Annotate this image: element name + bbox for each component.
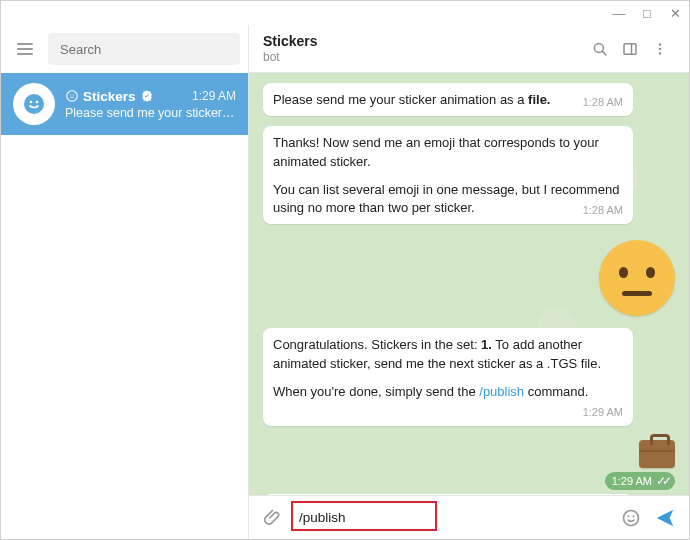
verified-icon [140, 89, 154, 103]
bot-message: Congratulations. Stickers in the set: 1.… [263, 328, 633, 426]
chat-list-item-stickers[interactable]: Stickers 1:29 AM Please send me your sti… [1, 73, 248, 135]
sidebar: Stickers 1:29 AM Please send me your sti… [1, 25, 249, 539]
message-timestamp: 1:28 AM [583, 203, 623, 218]
emoji-button[interactable] [617, 504, 645, 532]
sent-file: 1:29 AM ✓✓ [263, 436, 675, 494]
briefcase-icon [639, 440, 675, 468]
chat-time: 1:29 AM [192, 89, 236, 103]
hamburger-menu-button[interactable] [9, 33, 40, 65]
message-timestamp: 1:29 AM [583, 405, 623, 420]
panel-icon [621, 40, 639, 58]
svg-point-14 [628, 515, 630, 517]
smile-icon [621, 508, 641, 528]
message-input-bar [249, 495, 689, 539]
search-icon [591, 40, 609, 58]
chat-subtitle: bot [263, 50, 317, 64]
chat-preview: Please send me your sticker anim... [65, 106, 236, 120]
bot-message: Please send me your sticker animation as… [263, 494, 633, 495]
message-input[interactable] [293, 506, 611, 529]
svg-point-13 [624, 510, 639, 525]
bot-message: Thanks! Now send me an emoji that corres… [263, 126, 633, 224]
svg-point-12 [659, 52, 661, 54]
neutral-face-emoji-icon [599, 240, 675, 316]
svg-point-15 [633, 515, 635, 517]
sidebar-toggle-button[interactable] [615, 34, 645, 64]
chat-name: Stickers [83, 89, 136, 104]
minimize-button[interactable]: — [613, 7, 625, 19]
svg-line-7 [602, 51, 606, 55]
svg-point-4 [70, 94, 71, 95]
kebab-icon [651, 40, 669, 58]
chat-title: Stickers [263, 33, 317, 49]
svg-point-0 [24, 94, 44, 114]
sticker-chat-icon [65, 89, 79, 103]
svg-point-3 [67, 91, 78, 102]
svg-point-1 [30, 101, 33, 104]
send-icon [654, 507, 676, 529]
sticker-avatar-icon [22, 92, 46, 116]
window-titlebar: — □ ✕ [1, 1, 689, 25]
publish-command-link[interactable]: /publish [479, 384, 524, 399]
maximize-button[interactable]: □ [641, 7, 653, 19]
sent-sticker [263, 234, 675, 328]
more-menu-button[interactable] [645, 34, 675, 64]
sent-timestamp-badge: 1:29 AM ✓✓ [605, 472, 675, 490]
svg-point-10 [659, 43, 661, 45]
send-button[interactable] [651, 504, 679, 532]
svg-rect-8 [624, 43, 636, 54]
close-button[interactable]: ✕ [669, 7, 681, 19]
search-in-chat-button[interactable] [585, 34, 615, 64]
message-timestamp: 1:28 AM [583, 95, 623, 110]
paperclip-icon [263, 508, 283, 528]
svg-point-2 [36, 101, 39, 104]
attach-button[interactable] [259, 504, 287, 532]
svg-point-11 [659, 47, 661, 49]
message-list[interactable]: Please send me your sticker animation as… [249, 73, 689, 495]
bot-message: Please send me your sticker animation as… [263, 83, 633, 116]
search-input[interactable] [48, 33, 240, 65]
svg-point-5 [73, 94, 74, 95]
read-checks-icon: ✓✓ [656, 474, 668, 488]
chat-header: Stickers bot [249, 25, 689, 73]
avatar [13, 83, 55, 125]
